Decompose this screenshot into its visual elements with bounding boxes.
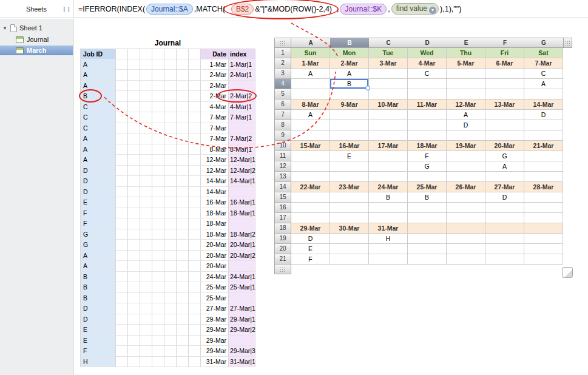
cell-D6[interactable]: 11-Mar xyxy=(408,100,447,110)
journal-empty-cell[interactable] xyxy=(140,70,152,81)
journal-index-cell[interactable] xyxy=(229,81,255,92)
formula-token-journal-a[interactable]: Journal::$A xyxy=(146,4,193,15)
sidebar-item-journal[interactable]: Journal xyxy=(0,35,73,44)
journal-index-cell[interactable]: 24-Mar|1 xyxy=(229,272,255,283)
journal-index-cell[interactable]: 27-Mar|1 xyxy=(229,303,255,314)
journal-empty-cell[interactable] xyxy=(164,251,177,262)
journal-empty-cell[interactable] xyxy=(177,336,189,346)
cell-E9[interactable] xyxy=(447,130,485,141)
cell-F19[interactable] xyxy=(485,234,524,244)
journal-empty-cell[interactable] xyxy=(164,293,177,304)
journal-empty-cell[interactable] xyxy=(189,240,201,251)
journal-empty-cell[interactable] xyxy=(116,240,128,251)
journal-empty-cell[interactable] xyxy=(152,70,164,81)
journal-header-empty-cell[interactable] xyxy=(140,49,152,59)
cell-A10[interactable]: 15-Mar xyxy=(291,141,330,151)
journal-empty-cell[interactable] xyxy=(189,144,201,155)
cell-D7[interactable] xyxy=(408,110,447,120)
cell-G5[interactable] xyxy=(524,89,563,100)
journal-row[interactable]: A20-Mar20-Mar|2 xyxy=(80,251,255,262)
disclosure-triangle-icon[interactable]: ▾ xyxy=(2,25,8,31)
journal-empty-cell[interactable] xyxy=(140,112,152,123)
journal-row[interactable]: A20-Mar xyxy=(80,261,255,272)
journal-empty-cell[interactable] xyxy=(164,303,177,314)
journal-date-cell[interactable]: 2-Mar xyxy=(201,91,229,102)
cell-F9[interactable] xyxy=(485,130,524,141)
cell-F14[interactable]: 27-Mar xyxy=(485,182,524,192)
journal-date-cell[interactable]: 8-Mar xyxy=(201,144,229,155)
journal-date-cell[interactable]: 27-Mar xyxy=(201,303,229,314)
journal-empty-cell[interactable] xyxy=(189,133,201,144)
cell-A8[interactable] xyxy=(291,120,330,130)
journal-empty-cell[interactable] xyxy=(189,208,201,219)
journal-empty-cell[interactable] xyxy=(152,357,164,368)
journal-index-cell[interactable]: 31-Mar|1 xyxy=(229,357,255,368)
cell-D5[interactable] xyxy=(408,89,447,100)
cell-D18[interactable] xyxy=(408,223,447,234)
journal-date-cell[interactable]: 29-Mar xyxy=(201,325,229,336)
cell-F20[interactable] xyxy=(485,244,524,254)
cell-B20[interactable] xyxy=(330,244,369,254)
cell-F10[interactable]: 20-Mar xyxy=(485,141,524,151)
cell-D10[interactable]: 18-Mar xyxy=(408,141,447,151)
journal-row[interactable]: D29-Mar29-Mar|1 xyxy=(80,314,255,325)
journal-empty-cell[interactable] xyxy=(128,81,140,92)
journal-empty-cell[interactable] xyxy=(164,282,177,293)
journal-empty-cell[interactable] xyxy=(140,229,152,240)
journal-index-cell[interactable] xyxy=(229,123,255,134)
cell-G10[interactable]: 21-Mar xyxy=(524,141,563,151)
journal-empty-cell[interactable] xyxy=(164,187,177,198)
journal-date-cell[interactable]: 25-Mar xyxy=(201,282,229,293)
journal-empty-cell[interactable] xyxy=(140,251,152,262)
cell-G17[interactable] xyxy=(524,213,563,223)
journal-job-cell[interactable]: E xyxy=(80,336,116,346)
journal-empty-cell[interactable] xyxy=(189,346,201,357)
cell-B5[interactable] xyxy=(330,89,369,100)
journal-empty-cell[interactable] xyxy=(177,133,189,144)
journal-empty-cell[interactable] xyxy=(152,197,164,208)
journal-empty-cell[interactable] xyxy=(189,102,201,113)
journal-empty-cell[interactable] xyxy=(128,325,140,336)
journal-empty-cell[interactable] xyxy=(189,81,201,92)
journal-empty-cell[interactable] xyxy=(189,261,201,272)
row-header-20[interactable]: 20 xyxy=(274,244,291,254)
journal-empty-cell[interactable] xyxy=(152,144,164,155)
cell-A6[interactable]: 8-Mar xyxy=(291,100,330,110)
cell-E7[interactable]: A xyxy=(447,110,485,120)
cell-G2[interactable]: 7-Mar xyxy=(524,58,563,69)
journal-empty-cell[interactable] xyxy=(177,303,189,314)
cell-E8[interactable]: D xyxy=(447,120,485,130)
journal-empty-cell[interactable] xyxy=(189,303,201,314)
cell-C7[interactable] xyxy=(369,110,408,120)
journal-job-cell[interactable]: D xyxy=(80,166,116,177)
journal-empty-cell[interactable] xyxy=(189,251,201,262)
journal-row[interactable]: B24-Mar24-Mar|1 xyxy=(80,272,255,283)
journal-empty-cell[interactable] xyxy=(177,176,189,187)
journal-empty-cell[interactable] xyxy=(116,166,128,177)
cell-C21[interactable] xyxy=(369,254,408,265)
journal-empty-cell[interactable] xyxy=(128,357,140,368)
journal-empty-cell[interactable] xyxy=(177,357,189,368)
journal-header-empty-cell[interactable] xyxy=(177,49,189,59)
journal-empty-cell[interactable] xyxy=(164,81,177,92)
journal-empty-cell[interactable] xyxy=(140,240,152,251)
cell-C12[interactable] xyxy=(369,161,408,172)
journal-job-cell[interactable]: F xyxy=(80,208,116,219)
journal-empty-cell[interactable] xyxy=(164,336,177,346)
journal-empty-cell[interactable] xyxy=(116,102,128,113)
journal-empty-cell[interactable] xyxy=(189,229,201,240)
cell-G1[interactable]: Sat xyxy=(524,48,563,58)
journal-empty-cell[interactable] xyxy=(177,261,189,272)
cell-F6[interactable]: 13-Mar xyxy=(485,100,524,110)
journal-job-cell[interactable]: B xyxy=(80,272,116,283)
journal-empty-cell[interactable] xyxy=(177,346,189,357)
cell-C6[interactable]: 10-Mar xyxy=(369,100,408,110)
cell-G20[interactable] xyxy=(524,244,563,254)
journal-empty-cell[interactable] xyxy=(140,176,152,187)
journal-empty-cell[interactable] xyxy=(116,303,128,314)
journal-date-cell[interactable]: 29-Mar xyxy=(201,314,229,325)
cell-A15[interactable] xyxy=(291,192,330,203)
cell-F4[interactable] xyxy=(485,79,524,89)
cell-E10[interactable]: 19-Mar xyxy=(447,141,485,151)
cell-F2[interactable]: 6-Mar xyxy=(485,58,524,69)
